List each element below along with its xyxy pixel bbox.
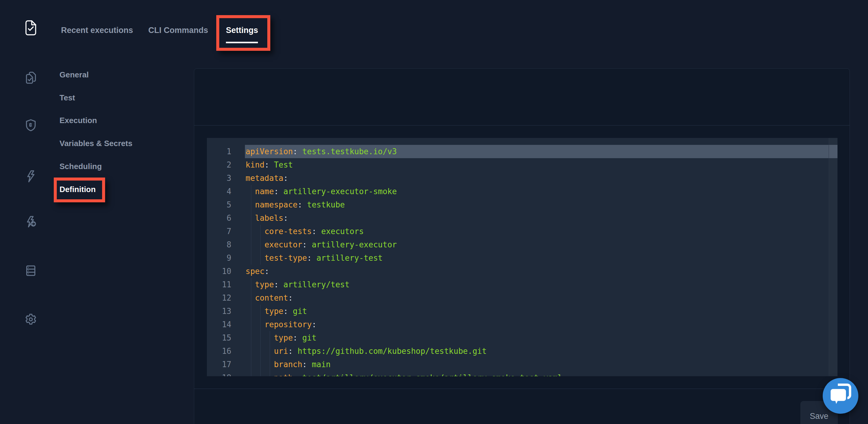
tab-cli-commands[interactable]: CLI Commands: [148, 25, 208, 35]
yaml-key: repository: [265, 320, 312, 329]
code-line-9[interactable]: 9 test-type: artillery-test: [207, 251, 837, 265]
code-line-11[interactable]: 11 type: artillery/test: [207, 278, 837, 291]
yaml-colon: :: [312, 320, 316, 329]
line-content: repository:: [245, 318, 837, 331]
code-line-16[interactable]: 16 uri: https://github.com/kubeshop/test…: [207, 344, 837, 358]
line-number: 1: [207, 145, 245, 158]
header-divider: [194, 125, 849, 125]
yaml-key: labels: [255, 214, 283, 223]
yaml-colon: :: [298, 200, 307, 209]
indent-guide: [251, 318, 251, 331]
indent-guide: [260, 358, 261, 371]
line-content: uri: https://github.com/kubeshop/testkub…: [245, 344, 837, 358]
indent-guide: [251, 198, 251, 211]
line-content: labels:: [245, 211, 837, 225]
code-line-15[interactable]: 15 type: git: [207, 331, 837, 344]
code-line-14[interactable]: 14 repository:: [207, 318, 837, 331]
sidebar-item-general[interactable]: General: [60, 69, 89, 81]
indent-guide: [251, 278, 251, 291]
sidebar-item-variables-secrets[interactable]: Variables & Secrets: [60, 137, 132, 149]
editor-lines: 1apiVersion: tests.testkube.io/v32kind: …: [207, 138, 837, 376]
editor-scrollbar[interactable]: [829, 138, 837, 376]
indent-guide: [270, 358, 270, 371]
yaml-value: git: [302, 333, 316, 342]
code-line-4[interactable]: 4 name: artillery-executor-smoke: [207, 185, 837, 198]
sidebar-item-execution[interactable]: Execution: [60, 114, 97, 126]
indent-guide: [251, 251, 251, 265]
indent-guide: [251, 211, 251, 225]
tests-icon[interactable]: [24, 71, 38, 85]
indent-guide: [260, 318, 261, 331]
line-content: name: artillery-executor-smoke: [245, 185, 837, 198]
yaml-key: kind: [246, 160, 265, 169]
indent-guide: [260, 251, 261, 265]
yaml-editor[interactable]: 1apiVersion: tests.testkube.io/v32kind: …: [207, 138, 837, 376]
yaml-colon: :: [288, 346, 298, 356]
yaml-key: type: [255, 280, 274, 289]
yaml-colon: :: [283, 307, 293, 316]
line-content: executor: artillery-executor: [245, 238, 837, 251]
line-content: apiVersion: tests.testkube.io/v3: [245, 145, 837, 158]
executors-icon[interactable]: [24, 118, 38, 132]
line-number: 18: [207, 371, 245, 376]
line-content: metadata:: [245, 171, 837, 185]
yaml-value: artillery-test: [316, 253, 383, 262]
indent-guide: [270, 331, 270, 344]
yaml-key: type: [265, 307, 284, 316]
line-number: 8: [207, 238, 245, 251]
indent-guide: [260, 225, 261, 238]
code-line-18[interactable]: 18 path: test/artillery/executor-smoke/a…: [207, 371, 837, 376]
yaml-key: name: [255, 187, 274, 196]
line-content: kind: Test: [245, 158, 837, 171]
code-line-5[interactable]: 5 namespace: testkube: [207, 198, 837, 211]
code-line-2[interactable]: 2kind: Test: [207, 158, 837, 171]
settings-icon[interactable]: [24, 312, 38, 326]
yaml-key: content: [255, 293, 288, 303]
code-line-8[interactable]: 8 executor: artillery-executor: [207, 238, 837, 251]
triggers-icon[interactable]: [24, 169, 38, 183]
indent-guide: [270, 344, 270, 358]
code-line-17[interactable]: 17 branch: main: [207, 358, 837, 371]
footer-divider: [194, 389, 849, 389]
line-number: 3: [207, 171, 245, 185]
code-line-10[interactable]: 10spec:: [207, 265, 837, 278]
code-line-12[interactable]: 12 content:: [207, 291, 837, 305]
yaml-colon: :: [293, 333, 302, 342]
code-line-13[interactable]: 13 type: git: [207, 305, 837, 318]
indent-guide: [260, 371, 261, 376]
tab-recent-executions[interactable]: Recent executions: [61, 25, 133, 35]
line-content: branch: main: [245, 358, 837, 371]
chat-widget-button[interactable]: [823, 378, 858, 414]
annotation-box-definition: [54, 177, 105, 202]
indent-guide: [260, 238, 261, 251]
yaml-colon: :: [293, 147, 302, 156]
code-line-7[interactable]: 7 core-tests: executors: [207, 225, 837, 238]
code-line-6[interactable]: 6 labels:: [207, 211, 837, 225]
yaml-value: main: [312, 360, 331, 369]
yaml-key: branch: [274, 360, 302, 369]
sidebar-item-scheduling[interactable]: Scheduling: [60, 160, 102, 172]
chat-bubbles-icon: [823, 378, 858, 414]
yaml-colon: :: [288, 293, 293, 303]
indent-guide: [251, 225, 251, 238]
indent-guide: [251, 371, 251, 376]
code-line-3[interactable]: 3metadata:: [207, 171, 837, 185]
sources-icon[interactable]: [24, 264, 38, 278]
line-content: namespace: testkube: [245, 198, 837, 211]
sidebar-item-test[interactable]: Test: [60, 92, 75, 104]
indent-guide: [251, 331, 251, 344]
yaml-colon: :: [283, 174, 288, 183]
line-number: 10: [207, 265, 245, 278]
line-content: type: git: [245, 305, 837, 318]
yaml-colon: :: [283, 214, 288, 223]
line-number: 17: [207, 358, 245, 371]
document-check-icon[interactable]: [24, 20, 37, 37]
yaml-key: type: [274, 333, 293, 342]
yaml-value: artillery-executor: [312, 240, 397, 249]
yaml-key: path: [274, 373, 293, 376]
webhooks-icon[interactable]: [24, 215, 38, 229]
yaml-value: artillery/test: [283, 280, 349, 289]
yaml-key: core-tests: [265, 227, 312, 236]
line-number: 5: [207, 198, 245, 211]
code-line-1[interactable]: 1apiVersion: tests.testkube.io/v3: [207, 145, 837, 158]
